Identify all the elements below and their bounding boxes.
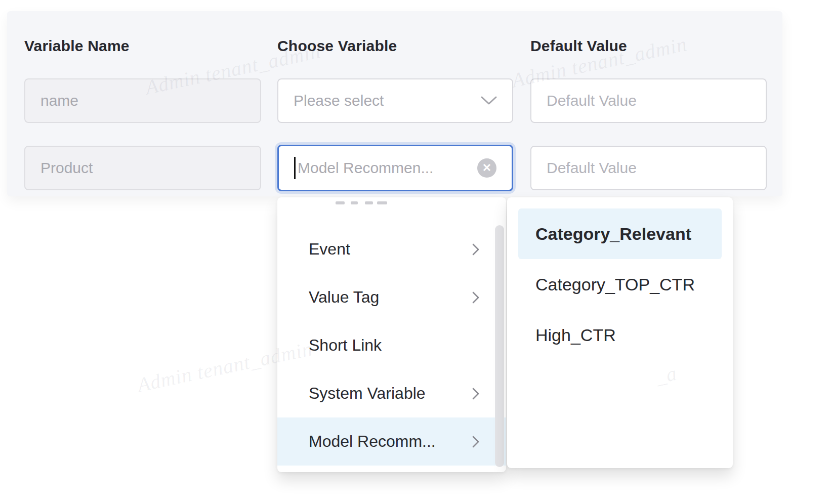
menu-item-value-tag[interactable]: Value Tag bbox=[277, 273, 506, 321]
column-header-choose-variable: Choose Variable bbox=[277, 37, 397, 55]
menu-item-system-variable[interactable]: System Variable bbox=[277, 369, 506, 417]
variable-name-input-row2[interactable] bbox=[24, 146, 261, 190]
menu-item-label: System Variable bbox=[309, 384, 472, 403]
scrolled-item-fragment bbox=[365, 201, 373, 204]
dropdown-scrollbar[interactable] bbox=[495, 225, 504, 467]
variable-name-input-row1[interactable] bbox=[24, 78, 261, 123]
text-cursor bbox=[294, 157, 296, 179]
clear-selection-icon[interactable]: ✕ bbox=[477, 158, 496, 178]
scrolled-item-fragment bbox=[351, 201, 358, 204]
model-recommendation-submenu: Category_Relevant Category_TOP_CTR High_… bbox=[507, 197, 733, 468]
default-value-input-row1[interactable] bbox=[530, 78, 767, 123]
scrolled-item-fragment bbox=[377, 201, 387, 204]
menu-item-label: Short Link bbox=[309, 336, 480, 355]
choose-variable-select-row2-focused[interactable]: Model Recommen... ✕ bbox=[277, 145, 513, 191]
variable-settings-screen: Variable Name Choose Variable Default Va… bbox=[0, 0, 831, 504]
submenu-item-category-relevant[interactable]: Category_Relevant bbox=[518, 208, 722, 259]
menu-item-model-recommendation[interactable]: Model Recomm... bbox=[277, 417, 506, 466]
choose-variable-select-row1[interactable]: Please select bbox=[277, 78, 513, 123]
variable-form-panel: Variable Name Choose Variable Default Va… bbox=[7, 11, 782, 196]
chevron-right-icon bbox=[472, 291, 480, 304]
column-header-variable-name: Variable Name bbox=[24, 37, 130, 55]
menu-item-label: Event bbox=[309, 240, 472, 259]
select-placeholder: Please select bbox=[294, 92, 475, 109]
variable-type-dropdown: Event Value Tag Short Link System Variab… bbox=[277, 197, 506, 472]
menu-item-label: Model Recomm... bbox=[309, 432, 472, 451]
column-header-default-value: Default Value bbox=[530, 37, 627, 55]
menu-item-event[interactable]: Event bbox=[277, 225, 506, 273]
chevron-right-icon bbox=[472, 387, 480, 400]
submenu-item-high-ctr[interactable]: High_CTR bbox=[518, 310, 722, 360]
chevron-right-icon bbox=[472, 435, 480, 448]
chevron-right-icon bbox=[472, 243, 480, 256]
select-placeholder: Model Recommen... bbox=[298, 159, 472, 177]
submenu-item-category-top-ctr[interactable]: Category_TOP_CTR bbox=[518, 259, 722, 310]
menu-item-label: Value Tag bbox=[309, 288, 472, 307]
default-value-input-row2[interactable] bbox=[530, 146, 767, 190]
scrolled-item-fragment bbox=[336, 201, 345, 204]
chevron-down-icon bbox=[481, 96, 497, 105]
menu-item-short-link[interactable]: Short Link bbox=[277, 321, 506, 369]
